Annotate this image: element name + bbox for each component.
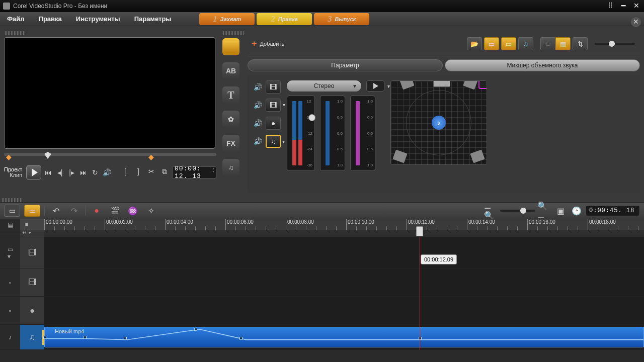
- step-edit[interactable]: 2Правка: [257, 13, 312, 25]
- import-folder-button[interactable]: 📂: [467, 37, 482, 50]
- go-end-button[interactable]: ⏭: [78, 167, 88, 178]
- add-media-button[interactable]: +Добавить: [248, 39, 288, 49]
- mute-music-track[interactable]: 🔊: [253, 136, 263, 146]
- ruler-plusminus[interactable]: +/- ▾: [20, 230, 44, 237]
- track-head-overlay[interactable]: 🎞: [20, 268, 44, 297]
- timeline-view-button[interactable]: ▭: [24, 205, 40, 217]
- env-point[interactable]: [239, 337, 243, 340]
- playhead-handle[interactable]: [416, 226, 423, 236]
- tab-attribute[interactable]: Параметр: [248, 59, 443, 71]
- env-point[interactable]: [194, 328, 197, 331]
- tab-surround-mixer[interactable]: Микшер объемного звука: [445, 59, 640, 71]
- env-point[interactable]: [124, 337, 127, 340]
- time-ruler[interactable]: 00:00:00.0000:00:02.0000:00:04.0000:00:0…: [44, 219, 644, 230]
- sel-video-track[interactable]: 🎞: [266, 80, 281, 94]
- redo-button[interactable]: ↷: [67, 205, 81, 217]
- sel-overlay-track[interactable]: 🎞: [266, 99, 281, 112]
- playhead[interactable]: 00:00:12.09: [420, 237, 420, 350]
- env-point[interactable]: [84, 336, 87, 339]
- zoom-in-button[interactable]: 🔍⚊: [537, 205, 551, 217]
- settings-dots-icon[interactable]: ⠿: [606, 3, 615, 10]
- filter-photo-button[interactable]: ▭: [501, 37, 516, 50]
- storyboard-view-button[interactable]: ▭: [4, 205, 20, 217]
- track-head-music[interactable]: ♫: [20, 325, 44, 350]
- preview-scrubber[interactable]: ◆ ◆: [4, 153, 216, 162]
- prev-frame-button[interactable]: ◂|: [55, 167, 65, 178]
- mark-out-icon[interactable]: ◆: [148, 153, 154, 161]
- fit-project-button[interactable]: ▣: [553, 205, 568, 217]
- mute-voice-track[interactable]: 🔊: [253, 118, 263, 128]
- pane-grip-right[interactable]: [223, 31, 244, 35]
- surround-panner[interactable]: ♪: [390, 80, 487, 165]
- env-point[interactable]: [419, 337, 422, 340]
- step-share[interactable]: 3Выпуск: [314, 13, 369, 25]
- cat-transitions-button[interactable]: AB: [222, 62, 239, 79]
- filter-video-button[interactable]: ▭: [484, 37, 499, 50]
- audio-clip[interactable]: Новый.mp4: [44, 327, 644, 347]
- env-point[interactable]: [43, 336, 46, 339]
- timeline-body[interactable]: 00:00:00.0000:00:02.0000:00:04.0000:00:0…: [44, 219, 644, 362]
- mark-in-button[interactable]: [: [120, 167, 131, 177]
- preview-timecode[interactable]: 00:00: 12. 13: [172, 166, 216, 178]
- ruler-mode-a[interactable]: ▤: [0, 219, 20, 230]
- video-track[interactable]: [44, 237, 644, 268]
- track-visibility-voice[interactable]: ▫: [0, 297, 20, 325]
- track-head-video[interactable]: 🎞: [20, 237, 44, 268]
- menu-settings[interactable]: Параметры: [127, 15, 179, 23]
- overlay-track[interactable]: [44, 268, 644, 297]
- mark-out-button[interactable]: ]: [133, 167, 144, 177]
- mixer-play-button[interactable]: [366, 80, 384, 92]
- cat-audio-button[interactable]: ♫: [222, 159, 239, 176]
- undo-button[interactable]: ↶: [49, 205, 63, 217]
- center-meter[interactable]: 1.00.50.00.51.0: [320, 96, 345, 171]
- timeline-grip[interactable]: [2, 198, 22, 202]
- zoom-out-button[interactable]: ⚊🔍: [484, 205, 498, 217]
- cat-title-button[interactable]: T: [222, 86, 239, 104]
- mark-in-icon[interactable]: ◆: [6, 153, 12, 161]
- mute-video-track[interactable]: 🔊: [253, 82, 263, 92]
- track-visibility-video[interactable]: ▭▾: [0, 237, 20, 268]
- sub-meter[interactable]: 1.00.50.00.51.0: [350, 96, 375, 171]
- sort-button[interactable]: ⇅: [573, 37, 588, 50]
- cat-filter-button[interactable]: FX: [222, 135, 239, 152]
- record-button[interactable]: ●: [90, 205, 104, 217]
- sel-music-track[interactable]: ♫: [266, 135, 281, 148]
- pane-grip[interactable]: [5, 31, 25, 35]
- speaker-front-center-icon[interactable]: [433, 80, 450, 87]
- snapshot-button[interactable]: ⧉: [159, 167, 170, 177]
- mute-overlay-track[interactable]: 🔊: [253, 100, 263, 110]
- view-list-button[interactable]: ≡: [540, 37, 555, 50]
- volume-envelope[interactable]: [45, 327, 643, 349]
- minimize-button[interactable]: ━: [619, 3, 628, 10]
- zoom-slider[interactable]: [500, 210, 535, 212]
- project-duration[interactable]: 0:00:45. 18: [586, 205, 640, 216]
- track-head-voice[interactable]: ●: [20, 297, 44, 325]
- menu-edit[interactable]: Правка: [32, 15, 69, 23]
- preview-monitor[interactable]: [4, 37, 215, 149]
- ruler-mode-b[interactable]: ≡: [20, 219, 44, 230]
- view-thumb-button[interactable]: ▦: [555, 37, 571, 50]
- music-track[interactable]: Новый.mp4: [44, 325, 644, 350]
- cat-graphic-button[interactable]: ✿: [222, 111, 239, 128]
- channel-mode-dropdown[interactable]: Стерео: [287, 80, 361, 92]
- speaker-sub-icon[interactable]: [478, 80, 487, 89]
- voice-track[interactable]: [44, 297, 644, 325]
- step-capture[interactable]: 1Захват: [199, 13, 255, 25]
- sound-mixer-button[interactable]: ♒: [126, 205, 140, 217]
- mode-clip-label[interactable]: Клип: [4, 172, 22, 178]
- track-visibility-music[interactable]: ♪: [0, 325, 20, 350]
- play-button[interactable]: [26, 165, 41, 180]
- thumb-size-slider[interactable]: [595, 43, 635, 45]
- sel-voice-track[interactable]: ●: [266, 117, 281, 130]
- panner-puck[interactable]: ♪: [432, 116, 446, 130]
- cat-media-button[interactable]: [222, 38, 239, 55]
- volume-button[interactable]: 🔊: [102, 167, 112, 178]
- menu-file[interactable]: Файл: [0, 15, 32, 23]
- volume-meter-main[interactable]: 120-12-24-36: [287, 96, 315, 171]
- close-panel-button[interactable]: ✕: [631, 17, 641, 27]
- split-button[interactable]: ✂: [146, 167, 157, 177]
- menu-tools[interactable]: Инструменты: [69, 15, 127, 23]
- go-start-button[interactable]: ⏮: [43, 167, 53, 178]
- close-button[interactable]: ✕: [632, 3, 641, 10]
- track-visibility-overlay[interactable]: ▫: [0, 268, 20, 297]
